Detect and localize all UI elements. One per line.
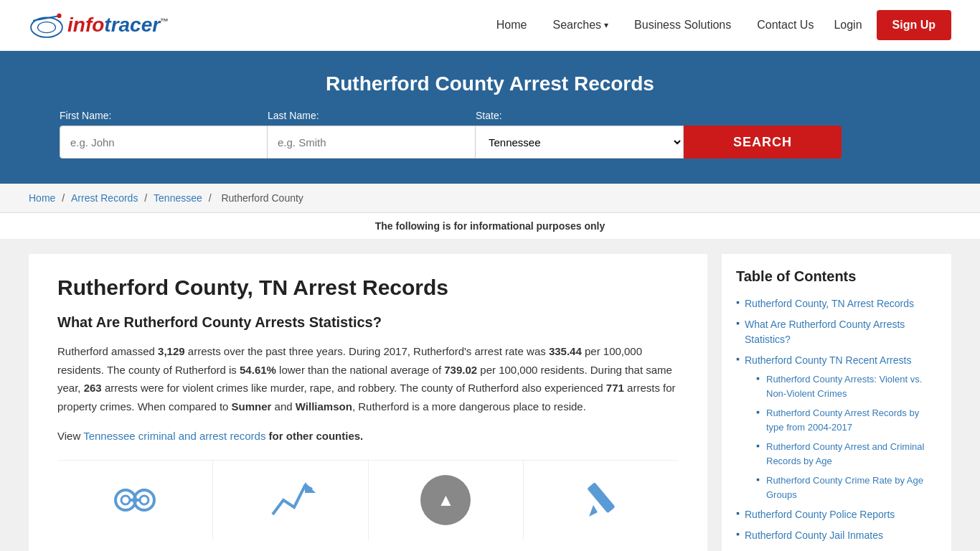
nav-login[interactable]: Login <box>834 19 862 32</box>
nav-contact-us[interactable]: Contact Us <box>751 15 819 35</box>
main-content: Rutherford County, TN Arrest Records Wha… <box>0 240 980 551</box>
first-name-group: First Name: <box>60 110 268 159</box>
nav-home[interactable]: Home <box>491 15 533 35</box>
breadcrumb-tennessee[interactable]: Tennessee <box>154 192 202 204</box>
svg-marker-9 <box>305 482 316 493</box>
toc-item-1: Rutherford County, TN Arrest Records <box>736 296 937 311</box>
svg-point-7 <box>140 496 149 504</box>
toc-item-2: What Are Rutherford County Arrests Stati… <box>736 317 937 347</box>
last-name-input[interactable] <box>268 126 476 159</box>
logo-tracer: tracer <box>104 14 160 36</box>
svg-rect-10 <box>587 482 616 513</box>
toc-link-2[interactable]: What Are Rutherford County Arrests Stati… <box>745 319 905 345</box>
toc-sub-link-1[interactable]: Rutherford County Arrests: Violent vs. N… <box>766 374 922 399</box>
toc-sub-item-2: Rutherford County Arrest Records by type… <box>756 406 937 434</box>
article-view-link: View Tennessee criminal and arrest recor… <box>57 427 679 446</box>
chart-icon <box>265 475 316 525</box>
logo-tm: ™ <box>160 17 169 27</box>
nav-business-solutions[interactable]: Business Solutions <box>628 15 737 35</box>
icon-chart-item <box>213 461 369 540</box>
icon-pencil-item <box>524 461 679 540</box>
breadcrumb-sep3: / <box>209 192 215 204</box>
hero-title: Rutherford County Arrest Records <box>29 72 951 95</box>
breadcrumb-arrest-records[interactable]: Arrest Records <box>71 192 138 204</box>
breadcrumb-home[interactable]: Home <box>29 192 55 204</box>
toc-sub-item-1: Rutherford County Arrests: Violent vs. N… <box>756 372 937 400</box>
toc-sub-link-3[interactable]: Rutherford County Arrest and Criminal Re… <box>766 441 924 466</box>
state-label: State: <box>476 110 502 121</box>
first-name-input[interactable] <box>60 126 268 159</box>
info-banner: The following is for informational purpo… <box>0 213 980 240</box>
toc-sublist-3: Rutherford County Arrests: Violent vs. N… <box>745 372 937 501</box>
nav-searches[interactable]: Searches ▾ <box>547 15 614 35</box>
chevron-down-icon: ▾ <box>604 20 608 30</box>
toc-sub-item-4: Rutherford County Crime Rate by Age Grou… <box>756 474 937 501</box>
article-paragraph1: Rutherford amassed 3,129 arrests over th… <box>57 342 679 415</box>
article-title: Rutherford County, TN Arrest Records <box>57 276 679 300</box>
svg-point-1 <box>38 22 56 33</box>
svg-marker-11 <box>589 505 598 517</box>
pencil-icon <box>576 475 626 525</box>
table-of-contents: Table of Contents Rutherford County, TN … <box>722 254 951 551</box>
toc-link-1[interactable]: Rutherford County, TN Arrest Records <box>745 298 914 309</box>
logo[interactable]: infotracer™ <box>29 7 169 43</box>
scroll-up-icon[interactable]: ▲ <box>420 475 471 525</box>
toc-item-5: Rutherford County Jail Inmates <box>736 528 937 543</box>
toc-link-3[interactable]: Rutherford County TN Recent Arrests <box>745 354 911 366</box>
search-form: First Name: Last Name: State: Tennessee … <box>60 110 920 159</box>
handcuffs-icon <box>110 475 160 525</box>
toc-sub-link-2[interactable]: Rutherford County Arrest Records by type… <box>766 408 919 433</box>
tn-records-link[interactable]: Tennessee criminal and arrest records <box>83 430 265 442</box>
article-area: Rutherford County, TN Arrest Records Wha… <box>29 254 707 551</box>
toc-sub-item-3: Rutherford County Arrest and Criminal Re… <box>756 440 937 468</box>
logo-info: info <box>67 14 104 36</box>
state-select[interactable]: Tennessee Alabama Alaska Arizona Arkansa… <box>476 126 684 159</box>
breadcrumb-sep2: / <box>144 192 150 204</box>
hero-banner: Rutherford County Arrest Records First N… <box>0 51 980 184</box>
site-header: infotracer™ Home Searches ▾ Business Sol… <box>0 0 980 51</box>
main-nav: Home Searches ▾ Business Solutions Conta… <box>491 10 951 40</box>
last-name-group: Last Name: <box>268 110 476 159</box>
first-name-label: First Name: <box>60 110 111 121</box>
svg-point-6 <box>121 496 130 504</box>
toc-item-3: Rutherford County TN Recent Arrests Ruth… <box>736 353 937 501</box>
breadcrumb-rutherford: Rutherford County <box>221 192 303 204</box>
signup-button[interactable]: Sign Up <box>877 10 951 40</box>
icons-row: ▲ <box>57 460 679 540</box>
state-group: State: Tennessee Alabama Alaska Arizona … <box>476 110 684 159</box>
last-name-label: Last Name: <box>268 110 319 121</box>
toc-link-5[interactable]: Rutherford County Jail Inmates <box>745 529 883 541</box>
search-button[interactable]: SEARCH <box>684 126 842 159</box>
toc-title: Table of Contents <box>736 268 937 285</box>
breadcrumb-sep1: / <box>62 192 67 204</box>
toc-link-4[interactable]: Rutherford County Police Reports <box>745 509 895 520</box>
toc-list: Rutherford County, TN Arrest Records Wha… <box>736 296 937 543</box>
icon-up-item[interactable]: ▲ <box>369 461 524 540</box>
breadcrumb: Home / Arrest Records / Tennessee / Ruth… <box>0 184 980 213</box>
toc-sub-link-4[interactable]: Rutherford County Crime Rate by Age Grou… <box>766 475 923 500</box>
stats-heading: What Are Rutherford County Arrests Stati… <box>57 314 679 331</box>
icon-handcuffs-item <box>57 461 213 540</box>
svg-point-3 <box>57 14 61 18</box>
toc-item-4: Rutherford County Police Reports <box>736 507 937 522</box>
